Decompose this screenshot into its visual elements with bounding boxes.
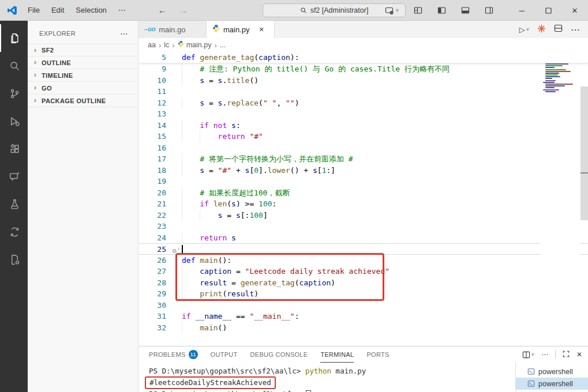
line-content: # 将第一个字符转换为小写，并在前面添加 # <box>182 153 353 165</box>
profile-layout-icon[interactable]: ˅ <box>385 6 399 15</box>
sticky-scroll-line[interactable]: 5 def generate_tag(caption): <box>138 52 588 63</box>
more-actions-icon[interactable]: ⋯ <box>571 24 580 35</box>
terminal-line-2: PS D:\mysetup\gopath\src\sf2\aa\lc> <box>149 389 515 392</box>
minimap[interactable] <box>541 52 580 346</box>
forward-arrow-icon[interactable]: → <box>179 5 188 15</box>
code-line-11[interactable]: 11 <box>138 86 588 97</box>
code-line-29[interactable]: 29print(result) <box>138 288 588 300</box>
sidebar-section-timeline[interactable]: ›TIMELINE <box>28 69 138 82</box>
close-panel-icon[interactable]: ✕ <box>576 350 582 359</box>
sidebar-section-go[interactable]: ›GO <box>28 82 138 95</box>
code-runner-icon[interactable] <box>537 24 546 35</box>
code-line-17[interactable]: 17# 将第一个字符转换为小写，并在前面添加 # <box>138 153 588 165</box>
code-line-10[interactable]: 10s = s.title() <box>138 75 588 86</box>
explorer-icon[interactable] <box>0 24 28 52</box>
scrollbar-thumb[interactable] <box>580 86 588 220</box>
split-terminal-icon[interactable]: ˅ <box>522 351 534 359</box>
line-content: # 如果长度超过100，截断 <box>182 187 290 199</box>
code-line-18[interactable]: 18s = "#" + s[0].lower() + s[1:] <box>138 165 588 176</box>
panel-tab-problems[interactable]: PROBLEMS11 <box>149 346 198 363</box>
code-line-13[interactable]: 13 <box>138 108 588 120</box>
code-line-19[interactable]: 19 <box>138 176 588 187</box>
panel-tab-ports[interactable]: PORTS <box>366 346 389 363</box>
panel-more-icon[interactable]: ⋯ <box>541 350 548 359</box>
tab-bar: GOmain.gomain.py✕ ▷˅ ⋯ <box>138 21 588 38</box>
maximize-panel-icon[interactable] <box>563 350 570 359</box>
code-editor[interactable]: 5 def generate_tag(caption): 9# 注意: Pyth… <box>138 52 588 346</box>
sidebar-section-outline[interactable]: ›OUTLINE <box>28 56 138 69</box>
panel-tab-label: PORTS <box>366 351 389 358</box>
file-settings-icon[interactable] <box>0 246 28 273</box>
terminal-list-item-0[interactable]: powershell <box>516 365 588 378</box>
panel-tab-debug-console[interactable]: DEBUG CONSOLE <box>250 346 308 363</box>
menu-item-selection[interactable]: Selection <box>71 4 111 16</box>
chat-icon[interactable] <box>0 163 28 190</box>
code-line-16[interactable]: 16 <box>138 142 588 154</box>
close-tab-icon[interactable]: ✕ <box>259 26 264 33</box>
split-editor-icon[interactable] <box>554 24 563 35</box>
breadcrumb-item-0[interactable]: aa <box>148 41 156 49</box>
terminal-list-item-1[interactable]: powershell <box>516 378 588 390</box>
run-debug-icon[interactable] <box>0 107 28 135</box>
editor-layout-grid-icon[interactable] <box>414 6 422 14</box>
line-number: 21 <box>138 198 166 210</box>
toggle-secondary-sidebar-icon[interactable] <box>485 6 493 14</box>
code-line-15[interactable]: 15return "#" <box>138 131 588 142</box>
sidebar-section-package-outline[interactable]: ›PACKAGE OUTLINE <box>28 95 138 107</box>
breadcrumb-item-3[interactable]: ... <box>220 41 226 49</box>
extensions-icon[interactable] <box>0 135 28 163</box>
close-button[interactable]: ✕ <box>561 0 588 21</box>
source-control-icon[interactable] <box>0 80 28 107</box>
titlebar: FileEditSelection⋯ ← → sf2 [Administrato… <box>0 0 588 21</box>
terminal-output[interactable]: PS D:\mysetup\gopath\src\sf2\aa\lc> pyth… <box>138 363 515 392</box>
line-number: 12 <box>138 97 166 109</box>
tab-main-go[interactable]: GOmain.go <box>138 21 207 38</box>
line-content: s = s.title() <box>182 75 259 86</box>
line-content: return "#" <box>182 131 263 142</box>
menu-item-file[interactable]: File <box>23 4 44 16</box>
code-line-24[interactable]: 24return s <box>138 232 588 244</box>
breadcrumb-item-1[interactable]: lc <box>164 41 169 49</box>
code-line-27[interactable]: 27caption = "Leetcode daily streak achie… <box>138 266 588 277</box>
breadcrumb-item-2[interactable]: main.py <box>178 40 212 49</box>
testing-icon[interactable] <box>0 190 28 218</box>
chevron-right-icon: › <box>31 46 39 54</box>
code-line-30[interactable]: 30 <box>138 300 588 311</box>
run-button[interactable]: ▷˅ <box>519 25 529 34</box>
line-content: return s <box>182 232 236 244</box>
code-line-31[interactable]: 31if __name__ == "__main__": <box>138 311 588 322</box>
code-line-26[interactable]: 26def main(): <box>138 255 588 266</box>
toggle-primary-sidebar-icon[interactable] <box>437 6 446 14</box>
code-line-12[interactable]: 12s = s.replace(" ", "") <box>138 97 588 109</box>
code-line-32[interactable]: 32main() <box>138 322 588 334</box>
inline-gear-widget-icon[interactable]: ⚙˅ <box>172 248 180 254</box>
code-line-23[interactable]: 23 <box>138 221 588 232</box>
toggle-panel-icon[interactable] <box>461 6 470 14</box>
maximize-button[interactable] <box>535 0 561 21</box>
menu-item-edit[interactable]: Edit <box>47 4 69 16</box>
back-arrow-icon[interactable]: ← <box>158 5 167 15</box>
menu-item-more[interactable]: ⋯ <box>114 4 130 16</box>
editor-scrollbar[interactable] <box>580 52 588 346</box>
sidebar-section-sf2[interactable]: ›SF2 <box>28 44 138 56</box>
minimize-button[interactable]: ─ <box>508 0 535 21</box>
sync-loop-icon[interactable] <box>0 218 28 246</box>
sidebar-more-icon[interactable]: ⋯ <box>120 29 129 38</box>
code-line-9[interactable]: 9# 注意: Python 的 title() 与 Go 的 cases.Tit… <box>138 63 588 75</box>
line-number: 14 <box>138 120 166 131</box>
line-number: 20 <box>138 187 166 199</box>
code-line-20[interactable]: 20# 如果长度超过100，截断 <box>138 187 588 199</box>
panel-tab-terminal[interactable]: TERMINAL <box>320 346 354 363</box>
code-line-21[interactable]: 21if len(s) >= 100: <box>138 198 588 210</box>
panel-tab-label: PROBLEMS <box>149 351 186 358</box>
code-line-28[interactable]: 28result = generate_tag(caption) <box>138 277 588 289</box>
code-line-25[interactable]: 25 <box>138 243 588 255</box>
breadcrumb-separator-icon: › <box>159 41 161 50</box>
search-icon[interactable] <box>0 52 28 80</box>
tab-main-py[interactable]: main.py✕ <box>207 21 275 38</box>
code-line-14[interactable]: 14if not s: <box>138 120 588 131</box>
line-number: 18 <box>138 165 166 176</box>
divider <box>555 350 556 359</box>
code-line-22[interactable]: 22s = s[:100] <box>138 210 588 221</box>
panel-tab-output[interactable]: OUTPUT <box>211 346 238 363</box>
